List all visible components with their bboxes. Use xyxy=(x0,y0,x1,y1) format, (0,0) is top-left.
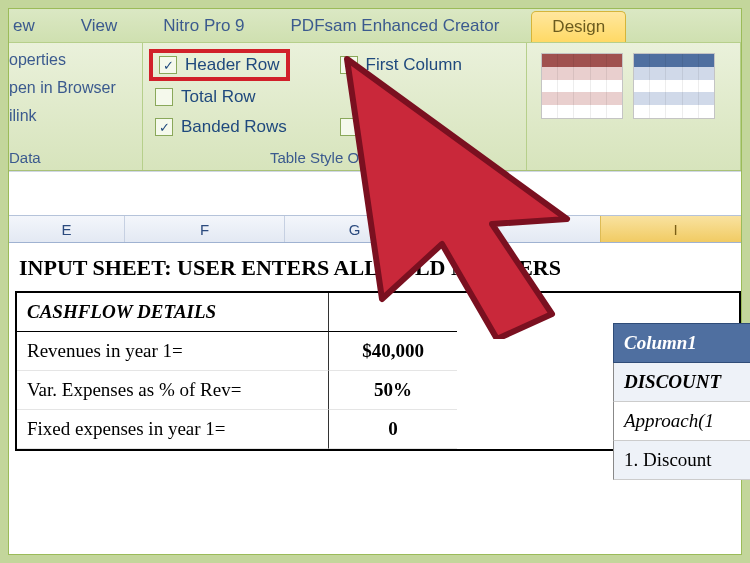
open-in-browser-button[interactable]: pen in Browser xyxy=(9,79,130,97)
cashflow-heading: CASHFLOW DETAILS xyxy=(17,293,329,332)
table-style-options-group: ✓ Header Row First Column Total Row ✓ Ba… xyxy=(143,43,527,170)
properties-button[interactable]: operties xyxy=(9,51,130,69)
sheet-title: INPUT SHEET: USER ENTERS ALL BOLD NUMBER… xyxy=(19,255,741,281)
banded-rows-label: Banded Rows xyxy=(181,117,287,137)
banded-columns-label: Ban xyxy=(366,117,396,137)
col-header-F[interactable]: F xyxy=(125,216,285,242)
var-expenses-value[interactable]: 50% xyxy=(329,371,457,410)
first-column-checkbox[interactable] xyxy=(340,56,358,74)
tab-review[interactable]: ew xyxy=(13,10,49,42)
total-row-checkbox[interactable] xyxy=(155,88,173,106)
first-column-label: First Column xyxy=(366,55,462,75)
table-style-preview-1[interactable] xyxy=(541,53,623,119)
tab-view[interactable]: View xyxy=(67,10,132,42)
unlink-button[interactable]: ilink xyxy=(9,107,130,125)
right-row-3[interactable]: 1. Discount xyxy=(613,441,750,480)
revenues-value[interactable]: $40,000 xyxy=(329,332,457,371)
table-styles-group xyxy=(527,43,741,170)
group-label-options: Table Style Options xyxy=(143,149,526,166)
col-header-I[interactable]: I xyxy=(601,216,741,242)
fixed-expenses-value[interactable]: 0 xyxy=(329,410,457,449)
banded-rows-checkbox[interactable]: ✓ xyxy=(155,118,173,136)
cashflow-heading-blank xyxy=(329,293,457,332)
fixed-expenses-label: Fixed expenses in year 1= xyxy=(17,410,329,449)
var-expenses-label: Var. Expenses as % of Rev= xyxy=(17,371,329,410)
right-row-1[interactable]: DISCOUNT xyxy=(613,363,750,402)
total-row-label: Total Row xyxy=(181,87,256,107)
right-table: Column1 DISCOUNT Approach(1 1. Discount xyxy=(613,323,750,480)
ribbon-panel: operties pen in Browser ilink Data ✓ Hea… xyxy=(9,43,741,171)
column-headers: E F G I xyxy=(9,215,741,243)
col-header-H[interactable] xyxy=(425,216,601,242)
ribbon-tabs: ew View Nitro Pro 9 PDFsam Enhanced Crea… xyxy=(9,9,741,43)
tab-design[interactable]: Design xyxy=(531,11,626,42)
external-data-group: operties pen in Browser ilink Data xyxy=(9,43,143,170)
table-style-preview-2[interactable] xyxy=(633,53,715,119)
header-row-checkbox[interactable]: ✓ xyxy=(159,56,177,74)
banded-columns-checkbox[interactable] xyxy=(340,118,358,136)
right-table-header[interactable]: Column1 xyxy=(613,323,750,363)
group-label-data: Data xyxy=(9,149,142,166)
banded-rows-option[interactable]: ✓ Banded Rows xyxy=(155,117,330,137)
header-row-option[interactable]: ✓ Header Row xyxy=(155,53,330,77)
tab-nitro[interactable]: Nitro Pro 9 xyxy=(149,10,258,42)
col-header-E[interactable]: E xyxy=(9,216,125,242)
banded-columns-option[interactable]: Ban xyxy=(340,117,515,137)
total-row-option[interactable]: Total Row xyxy=(155,87,330,107)
header-row-label: Header Row xyxy=(185,55,280,75)
revenues-label: Revenues in year 1= xyxy=(17,332,329,371)
right-row-2[interactable]: Approach(1 xyxy=(613,402,750,441)
first-column-option[interactable]: First Column xyxy=(340,53,515,77)
tab-pdfsam[interactable]: PDFsam Enhanced Creator xyxy=(277,10,514,42)
col-header-G[interactable]: G xyxy=(285,216,425,242)
